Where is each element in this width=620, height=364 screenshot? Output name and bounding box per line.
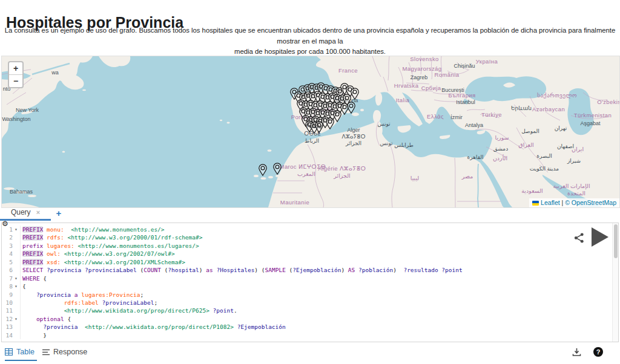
help-button[interactable]: ? [593,347,603,357]
help-label: ? [596,348,601,356]
tab-table[interactable]: Table [5,346,37,361]
fold-spacer [13,233,19,241]
zoom-in-button[interactable]: + [9,62,22,75]
line-gutter: 5 [2,258,21,266]
map-label: Україна [476,58,498,65]
table-grid-icon [5,348,13,356]
scrollbar-thumb[interactable] [614,224,618,258]
fold-spacer [13,242,19,250]
code-line[interactable]: 8▾{ [2,282,618,290]
line-number: 5 [2,258,13,266]
map-label: القاهرة [467,154,484,160]
code-text[interactable]: rdfs:label ?provinciaLabel; [21,299,157,307]
editor-scrollbar[interactable] [612,223,618,342]
map-label: France [338,67,358,74]
openstreetmap-link[interactable]: © OpenStreetMap [565,199,616,206]
map-label: wa [51,70,59,76]
code-area[interactable]: 1▾PREFIX monu: <http://www.monumentos.es… [2,223,618,339]
share-icon [574,233,584,243]
map-label: ايران [572,146,584,152]
tab-query-label: Query [11,208,31,216]
line-gutter: 13 [2,323,21,331]
add-tab-button[interactable]: + [53,208,64,218]
fold-spacer [13,307,19,314]
line-gutter: 14 [2,331,21,339]
code-text[interactable]: PREFIX rdfs: <http://www.w3.org/2000/01/… [21,233,202,241]
sable-island [82,89,86,91]
fold-spacer [13,291,19,299]
line-gutter: 7▾ [2,275,21,282]
azores-island [220,120,222,121]
line-number: 6 [2,266,13,274]
line-number: 3 [2,242,13,250]
map-canvas[interactable]: wantoNew YorkWashingtonBahamasFrancePort… [2,56,619,207]
fold-arrow-icon[interactable]: ▾ [13,275,19,282]
sparql-editor[interactable]: 1▾PREFIX monu: <http://www.monumentos.es… [1,223,619,342]
map-label: საქართველო [537,92,577,99]
gear-icon[interactable]: ⚙ [2,219,8,228]
tab-response[interactable]: Response [42,346,87,360]
leaflet-link[interactable]: Leaflet [541,199,560,206]
code-line[interactable]: 7▾WHERE { [2,275,618,282]
code-line[interactable]: 3prefix lugares: <http://www.monumentos.… [2,242,618,250]
fold-arrow-icon[interactable]: ▾ [13,226,19,233]
line-number: 7 [2,275,13,282]
code-text[interactable]: ?provincia <http://www.wikidata.org/prop… [21,323,286,331]
leaflet-map[interactable]: wantoNew YorkWashingtonBahamasFrancePort… [1,56,620,208]
code-line[interactable]: 12▾ optional { [2,315,618,323]
map-label: العراق [518,141,533,148]
map-label: طرابلس [394,142,414,148]
code-line[interactable]: 11 <http://www.wikidata.org/prop/direct/… [2,307,618,314]
code-line[interactable]: 6SELECT ?provincia ?provinciaLabel (COUN… [2,266,618,274]
map-label: New York [16,107,39,113]
zoom-out-button[interactable]: − [9,75,22,87]
map-label: O'zbekiston [597,99,619,105]
results-bar: Table Response ? [0,346,620,360]
share-button[interactable] [574,233,584,244]
line-number: 13 [2,323,13,331]
map-label: مصر [461,173,473,180]
canary-island [268,176,273,178]
run-query-button[interactable] [590,227,610,249]
code-text[interactable]: } [21,331,47,339]
map-label: ⴷⵣⴰⵢⴻⵔ [342,134,366,140]
line-number: 2 [2,233,13,241]
code-line[interactable]: 10 rdfs:label ?provinciaLabel; [2,299,618,307]
code-line[interactable]: 2PREFIX rdfs: <http://www.w3.org/2000/01… [2,233,618,241]
map-label: شيراز [567,158,581,164]
tab-response-label: Response [53,348,87,356]
code-text[interactable]: PREFIX xsd: <http://www.w3.org/2001/XMLS… [21,258,185,266]
code-text[interactable]: WHERE { [21,275,47,282]
code-line[interactable]: 4PREFIX owl: <http://www.w3.org/2002/07/… [2,250,618,258]
code-text[interactable]: PREFIX owl: <http://www.w3.org/2002/07/o… [21,250,175,258]
code-line[interactable]: 14 } [2,331,618,339]
code-line[interactable]: 9 ?provincia a lugares:Provincia; [2,291,618,299]
code-line[interactable]: 13 ?provincia <http://www.wikidata.org/p… [2,323,618,331]
map-label: Washington [2,116,30,122]
page-description-line1: La consulta es un ejemplo de uso del gra… [0,25,620,47]
ukraine-flag-icon [532,201,539,206]
fold-spacer [13,250,19,258]
code-text[interactable]: SELECT ?provincia ?provinciaLabel (COUNT… [21,266,463,274]
code-text[interactable]: optional { [21,315,71,323]
fold-arrow-icon[interactable]: ▾ [13,315,19,323]
code-text[interactable]: <http://www.wikidata.org/prop/direct/P62… [21,307,237,314]
map-label: Србија [421,85,441,91]
close-tab-icon[interactable]: × [36,209,40,216]
madeira [268,149,272,152]
balearic-island [352,112,359,116]
page: Hospitales por Provincia La consulta es … [0,0,620,364]
map-label: İzmir [450,114,463,120]
fold-arrow-icon[interactable]: ▾ [13,282,19,290]
code-text[interactable]: { [21,282,26,290]
code-text[interactable]: ?provincia a lugares:Provincia; [21,291,143,299]
tab-query[interactable]: Query× [0,208,51,221]
code-line[interactable]: 5PREFIX xsd: <http://www.w3.org/2001/XML… [2,258,618,266]
map-label: Chișinău [453,63,475,69]
code-text[interactable]: PREFIX monu: <http://www.monumentos.es/> [21,226,165,233]
download-button[interactable] [572,348,581,359]
map-label: تونس [377,121,391,127]
code-line[interactable]: 1▾PREFIX monu: <http://www.monumentos.es… [2,226,618,233]
map-label: البصرة [536,153,552,159]
code-text[interactable]: prefix lugares: <http://www.monumentos.e… [21,242,199,250]
